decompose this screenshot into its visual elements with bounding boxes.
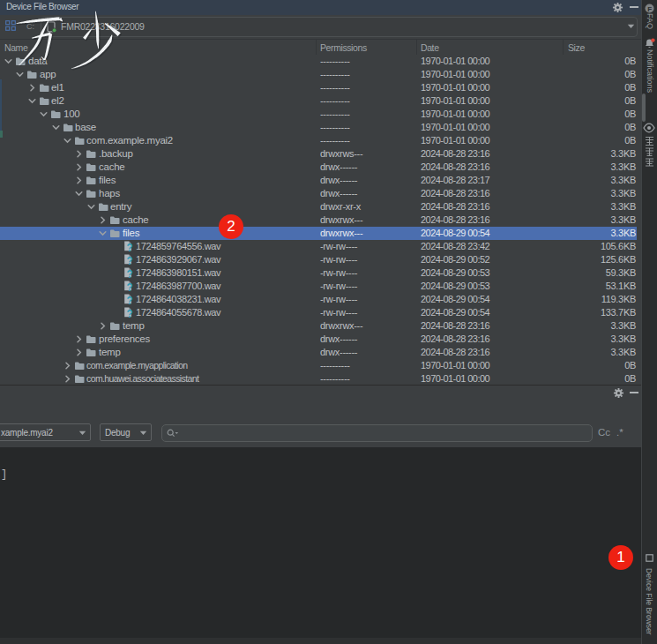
svg-text:?: ? [126,308,132,318]
svg-text:F: F [647,5,652,13]
svg-text:?: ? [126,281,132,292]
svg-text:?: ? [126,295,132,305]
svg-text:?: ? [126,242,132,252]
svg-text:?: ? [126,255,132,266]
svg-text:?: ? [126,268,132,279]
